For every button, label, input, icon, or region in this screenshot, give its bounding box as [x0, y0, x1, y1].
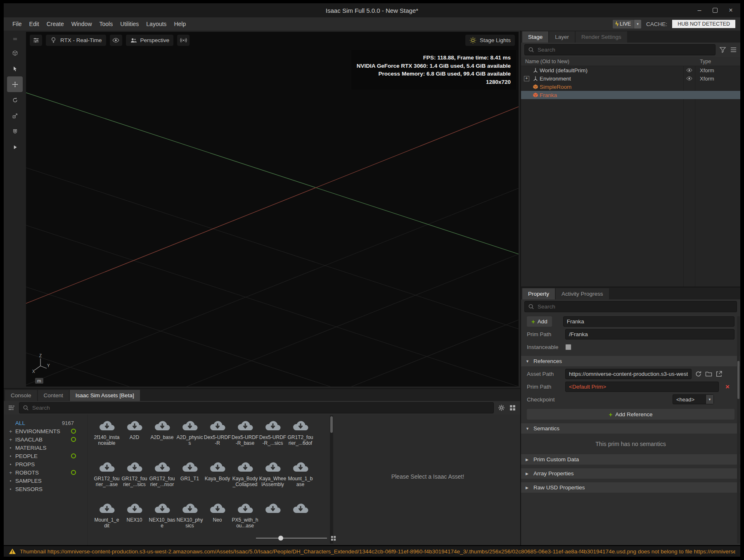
- live-sync-button[interactable]: ϟ LIVE ▾: [613, 20, 642, 28]
- asset-item[interactable]: NEX10: [121, 501, 148, 529]
- menu-utilities[interactable]: Utilities: [116, 21, 142, 27]
- snap-tool-button[interactable]: [7, 123, 23, 139]
- stage-tree-row-environment[interactable]: +EnvironmentXform: [521, 74, 740, 83]
- slider-handle[interactable]: [278, 536, 283, 541]
- stage-search-input[interactable]: Search: [524, 44, 716, 55]
- gear-icon[interactable]: [498, 404, 505, 411]
- move-tool-button[interactable]: [7, 76, 23, 92]
- category-props[interactable]: PROPS: [4, 460, 87, 468]
- section-array-properties[interactable]: ▶Array Properties: [521, 468, 740, 479]
- property-scrollbar[interactable]: [737, 316, 740, 543]
- tab-isaac-sim-assets-beta[interactable]: Isaac Sim Assets [Beta]: [70, 390, 140, 401]
- tab-content[interactable]: Content: [38, 390, 69, 401]
- asset-grid-scrollbar[interactable]: [330, 415, 333, 543]
- menu-file[interactable]: File: [9, 21, 26, 27]
- section-raw-usd-properties[interactable]: ▶Raw USD Properties: [521, 482, 740, 493]
- asset-item[interactable]: Dex5-URDF-R_...sics: [259, 419, 287, 446]
- checkpoint-dropdown[interactable]: <head> ▼: [673, 394, 714, 404]
- column-type[interactable]: Type: [700, 59, 711, 64]
- category-all[interactable]: ALL9167: [4, 419, 87, 427]
- section-prim-custom-data[interactable]: ▶Prim Custom Data: [521, 454, 740, 465]
- filter-icon[interactable]: [719, 46, 726, 53]
- folder-icon[interactable]: [705, 370, 712, 377]
- asset-item[interactable]: 2f140_instanceable: [93, 419, 121, 446]
- stage-lights-button[interactable]: Stage Lights: [465, 35, 515, 46]
- assets-search-input[interactable]: Search: [19, 402, 494, 413]
- stage-tree-row-franka[interactable]: Franka: [521, 91, 740, 99]
- asset-item[interactable]: Kaya_WheelAssembly: [259, 460, 287, 487]
- asset-item[interactable]: [287, 501, 314, 529]
- scrollbar-thumb[interactable]: [330, 416, 333, 433]
- prim-name-field[interactable]: Franka: [563, 316, 735, 327]
- thumbnail-size-slider[interactable]: [256, 535, 327, 541]
- minimize-button[interactable]: –: [697, 7, 702, 13]
- renderer-button[interactable]: RTX - Real-Time: [46, 35, 106, 46]
- asset-item[interactable]: [259, 501, 287, 529]
- category-samples[interactable]: SAMPLES: [4, 477, 87, 485]
- asset-item[interactable]: GR1T2_fourier_...6dof: [287, 419, 314, 446]
- visibility-button[interactable]: [110, 35, 122, 46]
- asset-item[interactable]: GR1T2_fourier_...ase: [93, 460, 121, 487]
- dropdown-chevron-icon[interactable]: ▼: [706, 395, 713, 404]
- stage-tree-row-simpleroom[interactable]: SimpleRoom: [521, 83, 740, 91]
- add-property-button[interactable]: + Add: [527, 316, 552, 327]
- property-search-input[interactable]: Search: [524, 301, 737, 312]
- menu-edit[interactable]: Edit: [26, 21, 43, 27]
- rotate-tool-button[interactable]: [7, 92, 23, 108]
- category-isaaclab[interactable]: +ISAACLAB: [4, 435, 87, 444]
- live-dropdown-chevron-icon[interactable]: ▾: [634, 20, 641, 28]
- asset-item[interactable]: Kaya_Body_Collapsed: [231, 460, 259, 487]
- asset-item[interactable]: Dex5-URDF-R_base: [231, 419, 259, 446]
- column-name[interactable]: Name (Old to New): [521, 59, 569, 64]
- tab-render-settings[interactable]: Render Settings: [576, 31, 627, 43]
- visibility-eye-icon[interactable]: [683, 74, 695, 83]
- asset-item[interactable]: GR1T2_fourier_...sics: [121, 460, 148, 487]
- close-button[interactable]: ×: [728, 7, 734, 13]
- references-section-header[interactable]: ▼ References: [521, 356, 740, 366]
- asset-item[interactable]: Kaya_Body: [204, 460, 231, 487]
- asset-item[interactable]: Mount_1_base: [287, 460, 314, 487]
- reference-prim-path-field[interactable]: <Default Prim>: [565, 382, 719, 392]
- filter-stack-icon[interactable]: [8, 404, 15, 411]
- tab-activity-progress[interactable]: Activity Progress: [556, 288, 609, 299]
- asset-item[interactable]: Dex5-URDF-R: [204, 419, 231, 446]
- camera-button[interactable]: Perspective: [126, 35, 174, 46]
- menu-layouts[interactable]: Layouts: [142, 21, 170, 27]
- viewport-3d[interactable]: RTX - Real-Time Perspective Stage Lig: [26, 32, 519, 387]
- titlebar[interactable]: Isaac Sim Full 5.0.0 - New Stage* – ×: [4, 3, 740, 17]
- tab-stage[interactable]: Stage: [522, 31, 548, 43]
- tab-console[interactable]: Console: [5, 390, 37, 401]
- maximize-button[interactable]: [712, 7, 718, 13]
- asset-item[interactable]: Neo: [204, 501, 231, 529]
- category-materials[interactable]: MATERIALS: [4, 444, 87, 452]
- category-sensors[interactable]: SENSORS: [4, 485, 87, 493]
- grid-view-icon[interactable]: [509, 404, 516, 411]
- slider-track[interactable]: [256, 538, 327, 539]
- asset-item[interactable]: A2D_base: [148, 419, 176, 446]
- add-reference-button[interactable]: + Add Reference: [527, 409, 735, 420]
- asset-item[interactable]: NEX10_base: [148, 501, 176, 529]
- thumbnail-grid-icon[interactable]: [330, 535, 336, 541]
- waypoint-button[interactable]: [177, 35, 190, 46]
- category-people[interactable]: PEOPLE: [4, 452, 87, 460]
- menu-create[interactable]: Create: [43, 21, 68, 27]
- remove-reference-icon[interactable]: ×: [725, 383, 730, 390]
- tab-layer[interactable]: Layer: [549, 31, 575, 43]
- menu-window[interactable]: Window: [68, 21, 96, 27]
- expander[interactable]: +: [524, 76, 531, 81]
- asset-item[interactable]: NEX10_physics: [176, 501, 204, 529]
- category-environments[interactable]: +ENVIRONMENTS: [4, 427, 87, 435]
- refresh-icon[interactable]: [695, 370, 702, 377]
- instanceable-checkbox[interactable]: [565, 344, 571, 350]
- expand-plus-icon[interactable]: +: [524, 76, 529, 81]
- asset-item[interactable]: A2D_physics: [176, 419, 204, 446]
- category-robots[interactable]: +ROBOTS: [4, 468, 87, 477]
- viewport-settings-button[interactable]: [30, 35, 42, 46]
- asset-path-field[interactable]: https://omniverse-content-production.s3-…: [565, 369, 692, 379]
- play-button[interactable]: [7, 139, 23, 155]
- frame-tool-button[interactable]: [7, 45, 23, 61]
- asset-item[interactable]: PX5_with_hou...ase: [231, 501, 259, 529]
- open-external-icon[interactable]: [716, 370, 723, 377]
- asset-item[interactable]: GR1T2_fourier_...nsor: [148, 460, 176, 487]
- rail-drag-handle[interactable]: [7, 35, 23, 43]
